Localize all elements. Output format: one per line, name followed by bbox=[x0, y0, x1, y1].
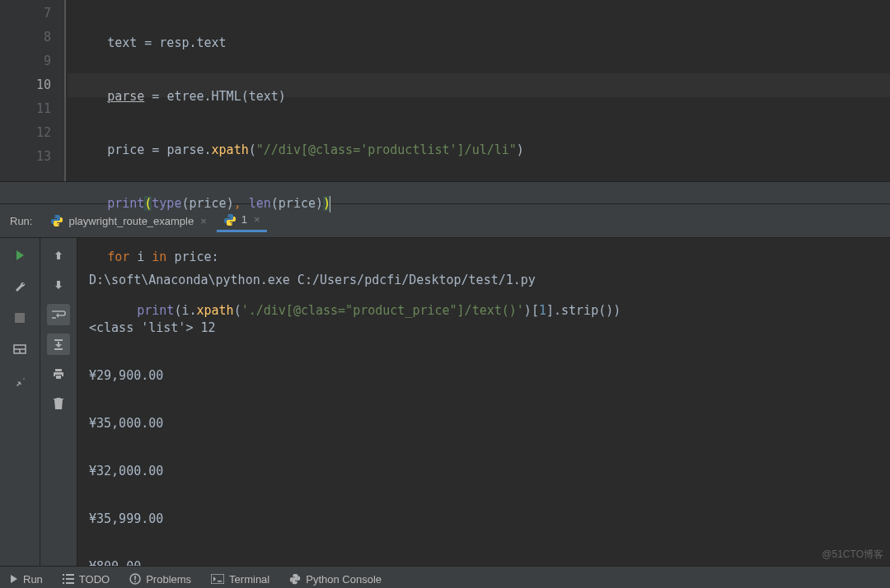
line-number[interactable]: 11 bbox=[0, 97, 51, 121]
sb-terminal[interactable]: Terminal bbox=[201, 573, 279, 586]
line-number[interactable]: 12 bbox=[0, 121, 51, 145]
line-gutter[interactable]: 7 8 9 10 11 12 13 bbox=[0, 0, 66, 181]
up-arrow-button[interactable] bbox=[47, 245, 70, 266]
pin-button[interactable] bbox=[8, 370, 31, 391]
play-icon bbox=[10, 575, 18, 583]
line-number[interactable]: 8 bbox=[0, 26, 51, 49]
sb-todo[interactable]: TODO bbox=[53, 573, 119, 586]
python-icon bbox=[50, 214, 63, 227]
sb-problems[interactable]: Problems bbox=[119, 573, 201, 586]
print-button[interactable] bbox=[47, 363, 70, 385]
terminal-icon bbox=[211, 574, 224, 584]
stop-button[interactable] bbox=[8, 307, 31, 329]
text-caret bbox=[330, 196, 330, 212]
code-editor[interactable]: text = resp.text parse = etree.HTML(text… bbox=[66, 0, 621, 181]
console-line: ¥32,000.00 bbox=[89, 460, 536, 483]
layout-button[interactable] bbox=[8, 338, 31, 360]
scroll-to-end-button[interactable] bbox=[47, 334, 70, 355]
warning-icon bbox=[129, 573, 141, 585]
soft-wrap-button[interactable] bbox=[47, 304, 70, 325]
python-icon bbox=[289, 573, 301, 585]
svg-rect-8 bbox=[211, 574, 224, 584]
console-line: ¥35,000.00 bbox=[89, 412, 536, 436]
run-toolbar-primary bbox=[0, 238, 40, 566]
wrench-button[interactable] bbox=[8, 276, 31, 297]
svg-rect-6 bbox=[134, 576, 136, 580]
status-bar: Run TODO Problems Terminal Python Consol… bbox=[0, 566, 890, 588]
console-line: ¥800.00 bbox=[89, 555, 536, 566]
line-number-current[interactable]: 10 bbox=[0, 73, 51, 97]
list-icon bbox=[63, 574, 74, 584]
svg-rect-7 bbox=[134, 581, 136, 583]
sb-run[interactable]: Run bbox=[0, 573, 53, 586]
line-number[interactable]: 9 bbox=[0, 49, 51, 73]
down-arrow-button[interactable] bbox=[47, 274, 70, 296]
rerun-button[interactable] bbox=[8, 245, 31, 266]
console-line: ¥35,999.00 bbox=[89, 507, 536, 531]
run-toolbar-secondary bbox=[40, 238, 77, 566]
line-number[interactable]: 13 bbox=[0, 145, 51, 169]
line-number[interactable]: 7 bbox=[0, 2, 51, 26]
run-label: Run: bbox=[10, 215, 32, 227]
trash-button[interactable] bbox=[47, 393, 70, 414]
svg-rect-0 bbox=[15, 313, 25, 323]
sb-python-console[interactable]: Python Console bbox=[279, 573, 391, 586]
